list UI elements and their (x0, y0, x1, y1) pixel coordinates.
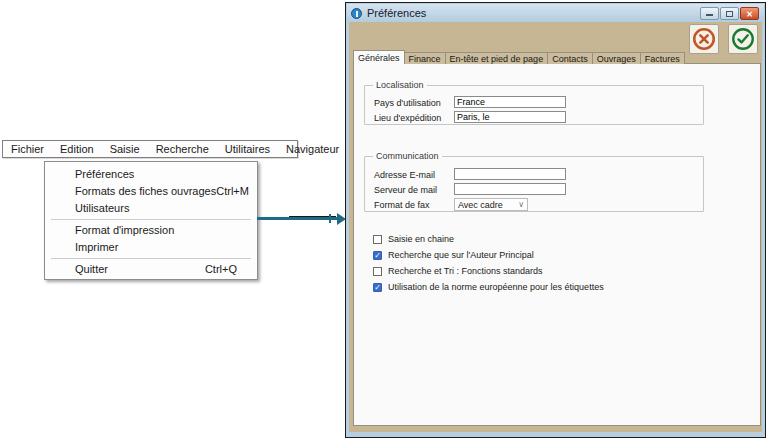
dialog-client-area: Générales Finance En-tête et pied de pag… (349, 22, 762, 432)
serveur-mail-input[interactable] (454, 183, 566, 195)
ok-button[interactable] (728, 24, 758, 54)
tab-contacts[interactable]: Contacts (547, 52, 593, 64)
menubar-item-navigateur[interactable]: Navigateur (278, 141, 347, 157)
ok-check-icon (730, 26, 756, 52)
menu-separator (51, 219, 251, 220)
tab-ouvrages[interactable]: Ouvrages (592, 52, 641, 64)
menu-item-label: Format d'impression (75, 222, 174, 239)
menu-item-imprimer[interactable]: Imprimer (45, 239, 257, 256)
menu-item-label: Utilisateurs (75, 200, 129, 217)
menu-bar: Fichier Edition Saisie Recherche Utilita… (2, 140, 298, 158)
dialog-titlebar[interactable]: Préférences ✕ (347, 4, 764, 22)
tab-finance[interactable]: Finance (404, 52, 446, 64)
checkbox-label: Saisie en chaine (388, 234, 454, 244)
arrow-crossbar (329, 214, 331, 223)
format-fax-label: Format de fax (374, 200, 430, 210)
communication-group-title: Communication (373, 151, 442, 162)
checkbox-unchecked-icon[interactable] (373, 267, 382, 276)
menu-item-format-impression[interactable]: Format d'impression (45, 222, 257, 239)
annotation-arrow (257, 213, 346, 225)
checkbox-row-norme-europeenne-etiquettes[interactable]: ✓ Utilisation de la norme européenne pou… (373, 282, 604, 292)
close-button[interactable]: ✕ (740, 7, 759, 20)
preferences-dialog: Préférences ✕ Générales Finance En-tête … (345, 2, 766, 438)
app-info-icon (351, 8, 362, 19)
menu-item-preferences[interactable]: Préférences (45, 166, 257, 183)
menu-item-label: Quitter (75, 261, 108, 278)
cancel-button[interactable] (689, 24, 719, 54)
adresse-email-label: Adresse E-mail (374, 170, 435, 180)
minimize-icon (706, 14, 713, 16)
menu-shortcut: Ctrl+M (216, 183, 249, 200)
menu-item-utilisateurs[interactable]: Utilisateurs (45, 200, 257, 217)
format-fax-value: Avec cadre (458, 200, 503, 210)
lieu-expedition-label: Lieu d'expédition (374, 113, 441, 123)
window-controls: ✕ (700, 7, 759, 20)
lieu-expedition-input[interactable] (454, 111, 566, 123)
menu-item-label: Formats des fiches ouvrages (75, 183, 216, 200)
cancel-x-icon (691, 26, 717, 52)
fichier-dropdown-menu: Préférences Formats des fiches ouvrages … (44, 161, 258, 280)
format-fax-select[interactable]: Avec cadre ∨ (454, 198, 528, 211)
checkbox-row-recherche-tri-standards[interactable]: Recherche et Tri : Fonctions standards (373, 266, 543, 276)
adresse-email-input[interactable] (454, 168, 566, 180)
localisation-groupbox: Localisation Pays d'utilisation Lieu d'e… (364, 85, 704, 125)
menubar-item-utilitaires[interactable]: Utilitaires (217, 141, 278, 157)
maximize-icon (726, 11, 733, 17)
menu-shortcut: Ctrl+Q (205, 261, 237, 278)
menu-item-quitter[interactable]: Quitter Ctrl+Q (45, 261, 257, 278)
tab-factures[interactable]: Factures (640, 52, 685, 64)
menubar-item-fichier[interactable]: Fichier (3, 141, 52, 157)
menu-item-formats-fiches[interactable]: Formats des fiches ouvrages Ctrl+M (45, 183, 257, 200)
checkbox-checked-icon[interactable]: ✓ (373, 283, 382, 292)
checkbox-label: Recherche et Tri : Fonctions standards (388, 266, 543, 276)
tab-entete-pied-de-page[interactable]: En-tête et pied de page (445, 52, 549, 64)
tab-generales[interactable]: Générales (353, 50, 405, 64)
menu-item-label: Préférences (75, 166, 134, 183)
menu-separator (51, 258, 251, 259)
checkbox-label: Utilisation de la norme européenne pour … (388, 282, 604, 292)
localisation-group-title: Localisation (373, 80, 427, 91)
menubar-item-edition[interactable]: Edition (52, 141, 102, 157)
menubar-item-saisie[interactable]: Saisie (102, 141, 148, 157)
menu-item-label: Imprimer (75, 239, 118, 256)
minimize-button[interactable] (700, 7, 719, 20)
checkbox-checked-icon[interactable]: ✓ (373, 251, 382, 260)
menubar-item-recherche[interactable]: Recherche (148, 141, 217, 157)
maximize-button[interactable] (720, 7, 739, 20)
checkbox-row-saisie-en-chaine[interactable]: Saisie en chaine (373, 234, 454, 244)
checkbox-label: Recherche que sur l'Auteur Principal (388, 250, 534, 260)
tab-page-generales: Localisation Pays d'utilisation Lieu d'e… (353, 63, 761, 426)
arrow-shaft (257, 217, 338, 220)
serveur-mail-label: Serveur de mail (374, 185, 437, 195)
checkbox-row-recherche-auteur-principal[interactable]: ✓ Recherche que sur l'Auteur Principal (373, 250, 534, 260)
communication-groupbox: Communication Adresse E-mail Serveur de … (364, 156, 704, 212)
checkbox-unchecked-icon[interactable] (373, 235, 382, 244)
dialog-title: Préférences (367, 7, 426, 19)
tab-strip: Générales Finance En-tête et pied de pag… (353, 50, 684, 64)
chevron-down-icon: ∨ (518, 201, 524, 209)
pays-utilisation-input[interactable] (454, 96, 566, 108)
pays-utilisation-label: Pays d'utilisation (374, 98, 441, 108)
close-icon: ✕ (741, 9, 758, 20)
